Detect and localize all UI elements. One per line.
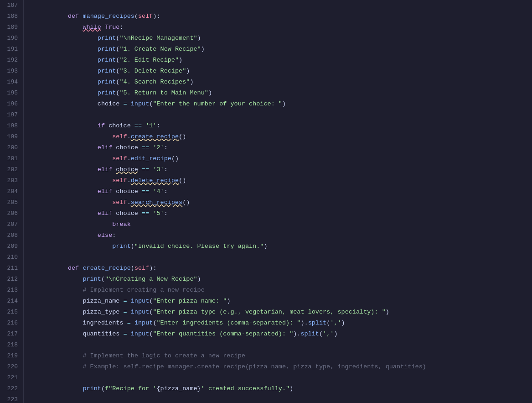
line-num-192: 192 (4, 55, 18, 66)
line-num-199: 199 (4, 131, 18, 142)
line-num-188: 188 (4, 11, 18, 22)
code-line-221: print(f"Recipe for '{pizza_name}' create… (31, 372, 532, 383)
line-num-213: 213 (4, 285, 18, 296)
line-num-200: 200 (4, 142, 18, 153)
line-num-219: 219 (4, 351, 18, 361)
line-num-217: 217 (4, 329, 18, 340)
line-num-190: 190 (4, 33, 18, 44)
line-num-198: 198 (4, 120, 18, 131)
line-num-215: 215 (4, 307, 18, 318)
line-num-209: 209 (4, 241, 18, 252)
line-num-193: 193 (4, 66, 18, 77)
code-line-187: def manage_recipes(self): (31, 0, 532, 11)
line-num-194: 194 (4, 77, 18, 88)
line-num-187: 187 (4, 0, 18, 11)
code-content[interactable]: def manage_recipes(self): while True: pr… (24, 0, 532, 403)
code-line-218: # Implement the logic to create a new re… (31, 340, 532, 351)
code-line-223: def edit_recipe(self): (31, 394, 532, 403)
line-num-207: 207 (4, 219, 18, 230)
line-num-220: 220 (4, 361, 18, 372)
code-editor: 187 188 189 190 191 192 193 194 195 196 … (0, 0, 532, 403)
line-num-205: 205 (4, 197, 18, 208)
line-num-206: 206 (4, 208, 18, 219)
code-line-210: def create_recipe(self): (31, 252, 532, 263)
line-num-196: 196 (4, 99, 18, 110)
line-num-189: 189 (4, 22, 18, 33)
line-num-201: 201 (4, 153, 18, 164)
line-num-203: 203 (4, 175, 18, 186)
line-numbers: 187 188 189 190 191 192 193 194 195 196 … (0, 0, 24, 403)
line-num-223: 223 (4, 394, 18, 403)
line-num-222: 222 (4, 383, 18, 394)
code-line-197: if choice == '1': (31, 110, 532, 120)
line-num-197: 197 (4, 110, 18, 120)
line-num-218: 218 (4, 340, 18, 351)
line-num-221: 221 (4, 372, 18, 383)
line-num-212: 212 (4, 274, 18, 285)
line-num-216: 216 (4, 318, 18, 329)
line-num-191: 191 (4, 44, 18, 55)
line-num-204: 204 (4, 186, 18, 197)
line-num-208: 208 (4, 230, 18, 241)
line-num-214: 214 (4, 296, 18, 307)
line-num-211: 211 (4, 263, 18, 274)
line-num-202: 202 (4, 164, 18, 175)
line-num-210: 210 (4, 252, 18, 263)
line-num-195: 195 (4, 88, 18, 99)
